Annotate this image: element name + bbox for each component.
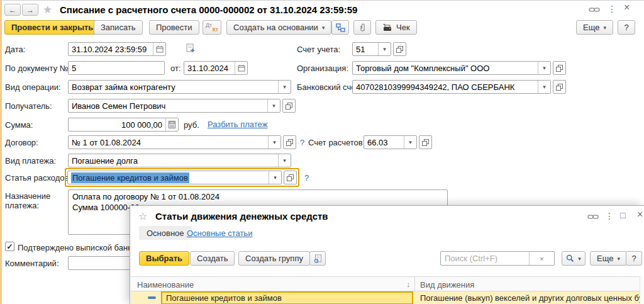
window-close-icon[interactable]: × bbox=[624, 3, 630, 12]
window-maximize-icon[interactable]: □ bbox=[620, 211, 625, 220]
expense-item-help-link[interactable]: ? bbox=[304, 173, 309, 183]
get-link-icon[interactable] bbox=[587, 213, 599, 221]
table-scrollbar[interactable] bbox=[640, 276, 644, 304]
post-and-close-button[interactable]: Провести и закрыть bbox=[4, 20, 100, 35]
tab-main[interactable]: Основное bbox=[139, 226, 192, 240]
chevron-down-icon: ▾ bbox=[322, 25, 325, 31]
chevron-down-icon[interactable]: ▾ bbox=[269, 171, 281, 184]
expense-item-field[interactable]: Погашение кредитов и займов ▾ bbox=[67, 171, 282, 184]
open-form-icon bbox=[422, 139, 429, 146]
comment-label: Комментарий: bbox=[5, 259, 59, 268]
doc-date-field[interactable]: 31.10.2024 bbox=[184, 61, 248, 75]
column-divider[interactable] bbox=[414, 277, 415, 292]
account-field[interactable]: 51 ▾ bbox=[352, 42, 391, 56]
search-field-group: × bbox=[440, 251, 555, 266]
calculator-icon[interactable] bbox=[165, 118, 178, 131]
window-close-icon[interactable]: × bbox=[637, 210, 643, 219]
settlement-account-open-button[interactable] bbox=[419, 135, 432, 149]
expense-item-label: Статья расходов: bbox=[5, 173, 71, 183]
contract-help-link[interactable]: ? bbox=[300, 138, 304, 147]
calendar-icon[interactable] bbox=[153, 43, 165, 55]
account-label: Счет учета: bbox=[297, 45, 340, 54]
favorite-star-icon[interactable]: ★ bbox=[43, 3, 52, 16]
settlement-account-field[interactable]: 66.03 ▾ bbox=[364, 135, 417, 149]
table-row[interactable]: Погашение кредитов и займов Погашение (в… bbox=[131, 291, 640, 304]
window-menu-icon[interactable]: ⋮ bbox=[608, 4, 616, 13]
create-based-on-button[interactable]: Создать на основании ▾ bbox=[226, 20, 331, 35]
organization-field[interactable]: Торговый дом "Комплексный" ООО ▾ bbox=[352, 61, 551, 75]
organization-open-button[interactable] bbox=[553, 61, 566, 75]
check-print-button[interactable]: Чек bbox=[375, 20, 417, 35]
search-options-button[interactable]: ▾ bbox=[562, 251, 586, 266]
recipient-open-button[interactable] bbox=[282, 99, 296, 113]
date-field[interactable]: 31.10.2024 23:59:59 bbox=[68, 42, 166, 56]
help-button[interactable]: ? bbox=[626, 251, 642, 266]
dt-kt-icon: Дт Кт bbox=[203, 21, 221, 34]
back-button[interactable]: ← bbox=[4, 4, 21, 16]
clear-search-icon[interactable]: × bbox=[529, 252, 554, 265]
window-menu-icon[interactable]: ⋮ bbox=[605, 211, 614, 220]
recipient-field[interactable]: Иванов Семен Петрович ▾ bbox=[68, 99, 280, 113]
payment-type-field[interactable]: Погашение долга ▾ bbox=[68, 154, 291, 167]
attachments-button[interactable] bbox=[353, 20, 371, 35]
post-button[interactable]: Провести bbox=[149, 20, 199, 35]
chevron-down-icon[interactable]: ▾ bbox=[268, 136, 280, 149]
help-button[interactable]: ? bbox=[618, 20, 635, 35]
settlement-account-label: Счет расчетов: bbox=[308, 138, 365, 147]
chevron-down-icon[interactable]: ▾ bbox=[404, 136, 416, 149]
bank-account-field[interactable]: 40702810399994349242, ПАО СБЕРБАНК ▾ bbox=[352, 80, 551, 94]
more-button[interactable]: Еще ▾ bbox=[590, 251, 627, 266]
favorite-star-icon[interactable]: ☆ bbox=[138, 210, 147, 222]
document-action-button[interactable] bbox=[309, 251, 326, 266]
tab-main-items-link[interactable]: Основные статьи bbox=[187, 228, 253, 238]
cell-name-selected[interactable]: Погашение кредитов и займов bbox=[161, 291, 413, 304]
expense-item-open-button[interactable] bbox=[284, 171, 297, 184]
account-open-button[interactable] bbox=[393, 42, 406, 56]
select-button[interactable]: Выбрать bbox=[139, 251, 189, 266]
chevron-down-icon[interactable]: ▾ bbox=[278, 154, 291, 167]
fill-document-icon[interactable] bbox=[186, 43, 196, 53]
bank-account-open-button[interactable] bbox=[553, 80, 566, 94]
organization-label: Организация: bbox=[297, 64, 348, 73]
paperclip-icon bbox=[358, 23, 367, 32]
doc-number-field[interactable]: 5 bbox=[68, 61, 165, 75]
sort-desc-icon: ↓ bbox=[406, 279, 411, 289]
column-header-movement[interactable]: Вид движения bbox=[420, 280, 474, 290]
open-form-icon bbox=[556, 65, 563, 72]
chevron-down-icon[interactable]: ▾ bbox=[278, 81, 291, 93]
calendar-icon[interactable] bbox=[235, 62, 247, 74]
more-button[interactable]: Еще ▾ bbox=[576, 20, 613, 35]
window-left-edge bbox=[0, 1, 2, 304]
open-form-icon bbox=[556, 84, 563, 91]
dt-kt-button[interactable]: Дт Кт bbox=[203, 20, 221, 35]
open-form-icon bbox=[287, 174, 294, 181]
operation-field[interactable]: Возврат займа контрагенту ▾ bbox=[68, 80, 291, 94]
open-form-icon bbox=[396, 46, 403, 53]
save-button[interactable]: Записать bbox=[94, 20, 143, 35]
create-button[interactable]: Создать bbox=[190, 251, 235, 266]
contract-open-button[interactable] bbox=[283, 135, 296, 149]
chevron-down-icon[interactable]: ▾ bbox=[538, 62, 550, 74]
confirmed-checkbox[interactable]: ✓ bbox=[5, 242, 14, 251]
chevron-down-icon[interactable]: ▾ bbox=[538, 81, 550, 93]
cell-movement[interactable]: Погашение (выкуп) векселей и других долг… bbox=[420, 293, 644, 303]
amount-field[interactable]: 100 000,00 bbox=[68, 118, 179, 132]
popup-title: Статьи движения денежных средств bbox=[155, 211, 328, 222]
document-refresh-icon bbox=[314, 254, 322, 263]
chevron-down-icon[interactable]: ▾ bbox=[378, 43, 391, 55]
split-payment-link[interactable]: Разбить платеж bbox=[208, 120, 267, 129]
create-group-button[interactable]: Создать группу bbox=[238, 251, 310, 266]
chevron-down-icon: ▾ bbox=[578, 256, 581, 262]
related-documents-button[interactable] bbox=[331, 20, 349, 35]
open-form-icon bbox=[286, 103, 292, 110]
amount-label: Сумма: bbox=[5, 120, 33, 130]
get-link-icon[interactable] bbox=[589, 6, 600, 14]
currency-label: руб. bbox=[184, 120, 199, 130]
contract-field[interactable]: № 1 от 01.08.2024 ▾ bbox=[68, 135, 281, 149]
search-input[interactable] bbox=[441, 252, 529, 265]
column-header-name[interactable]: Наименование bbox=[137, 280, 194, 290]
chevron-down-icon[interactable]: ▾ bbox=[267, 99, 280, 112]
forward-button[interactable]: → bbox=[22, 4, 38, 16]
printer-icon bbox=[382, 23, 392, 32]
doc-date-from-label: от: bbox=[170, 64, 181, 73]
